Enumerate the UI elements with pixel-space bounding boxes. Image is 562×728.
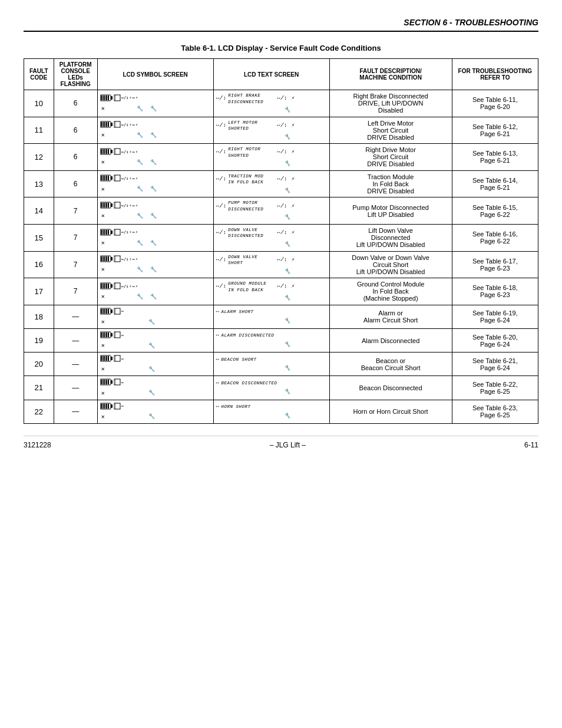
svg-rect-60	[108, 256, 109, 261]
col-header-platform: PLATFORMCONSOLELEDsFLASHING	[54, 59, 97, 90]
col-header-text: LCD TEXT SCREEN	[213, 59, 329, 90]
svg-rect-57	[103, 256, 104, 261]
svg-rect-106	[114, 379, 120, 385]
lcd-symbol: ↔/↕⚡↔⚡✕🔧🔧	[97, 144, 213, 171]
svg-rect-58	[104, 256, 105, 261]
svg-rect-78	[108, 309, 109, 314]
svg-rect-42	[108, 203, 109, 207]
table-row: 21— ↔✕🔧↔BEACON DISCONNECTED🔧Beacon Disco…	[24, 376, 538, 400]
table-row: 167 ↔/↕⚡↔⚡✕🔧🔧↔/↕DOWN VALVESHORT↔/↕ ⚡🔧Dow…	[24, 251, 538, 278]
svg-rect-43	[114, 202, 120, 208]
fault-desc: Horn or Horn Circuit Short	[329, 400, 452, 423]
svg-rect-65	[101, 284, 102, 288]
svg-rect-111	[103, 404, 104, 409]
svg-rect-70	[114, 283, 120, 289]
refer-to: See Table 6-11, Page 6-20	[452, 90, 538, 117]
svg-rect-94	[104, 356, 105, 361]
svg-rect-12	[103, 122, 104, 127]
fault-desc: Alarm Disconnected	[329, 328, 452, 352]
table-row: 18— ↔✕🔧↔ALARM SHORT🔧Alarm or Alarm Circu…	[24, 305, 538, 328]
svg-rect-49	[104, 230, 105, 235]
platform-leds: 6	[54, 170, 97, 197]
fault-code: 19	[24, 328, 54, 352]
table-row: 126 ↔/↕⚡↔⚡✕🔧🔧↔/↕RIGHT MOTORSHORTED↔/↕ ⚡🔧…	[24, 144, 538, 171]
svg-rect-93	[103, 356, 104, 361]
lcd-symbol: ↔✕🔧	[97, 305, 213, 328]
svg-rect-87	[108, 332, 109, 337]
fault-desc: Right Drive Motor Short Circuit DRIVE Di…	[329, 144, 452, 171]
svg-rect-32	[106, 176, 107, 180]
svg-rect-112	[104, 404, 105, 409]
svg-rect-14	[106, 122, 107, 127]
svg-rect-47	[101, 230, 102, 235]
table-row: 22— ↔✕🔧↔HORN SHORT🔧Horn or Horn Circuit …	[24, 400, 538, 423]
fault-code: 10	[24, 90, 54, 117]
refer-to: See Table 6-12, Page 6-21	[452, 117, 538, 144]
svg-rect-109	[111, 404, 113, 408]
fault-desc: Pump Motor Disconnected Lift UP Disabled	[329, 197, 452, 225]
svg-rect-105	[108, 380, 109, 384]
svg-rect-79	[114, 308, 120, 314]
svg-rect-74	[101, 309, 102, 314]
svg-rect-3	[103, 95, 104, 100]
svg-rect-48	[103, 230, 104, 235]
table-row: 20— ↔✕🔧↔BEACON SHORT🔧Beacon or Beacon Ci…	[24, 353, 538, 376]
footer-center: – JLG Lift –	[270, 441, 306, 449]
svg-rect-86	[106, 332, 107, 337]
refer-to: See Table 6-19, Page 6-24	[452, 305, 538, 328]
lcd-symbol: ↔✕🔧	[97, 353, 213, 376]
lcd-text: ↔/↕RIGHT BRAKEDISCONNECTED↔/↕ ⚡🔧	[213, 90, 329, 117]
fault-desc: Beacon Disconnected	[329, 376, 452, 400]
lcd-text: ↔BEACON SHORT🔧	[213, 353, 329, 376]
refer-to: See Table 6-21, Page 6-24	[452, 353, 538, 376]
platform-leds: 6	[54, 90, 97, 117]
fault-code: 17	[24, 278, 54, 305]
svg-rect-84	[103, 332, 104, 337]
svg-rect-6	[108, 95, 109, 100]
svg-rect-25	[114, 149, 120, 154]
lcd-text: ↔/↕LEFT MOTORSHORTED↔/↕ ⚡🔧	[213, 117, 329, 144]
svg-rect-103	[104, 380, 105, 384]
fault-table: FAULTCODE PLATFORMCONSOLELEDsFLASHING LC…	[24, 58, 538, 424]
fault-code: 16	[24, 251, 54, 278]
fault-desc: Alarm or Alarm Circuit Short	[329, 305, 452, 328]
svg-rect-30	[103, 176, 104, 180]
svg-rect-102	[103, 380, 104, 384]
svg-rect-67	[104, 284, 105, 288]
fault-code: 20	[24, 353, 54, 376]
refer-to: See Table 6-16, Page 6-22	[452, 224, 538, 251]
lcd-symbol: ↔✕🔧	[97, 328, 213, 352]
svg-rect-68	[106, 284, 107, 288]
svg-rect-88	[114, 332, 120, 338]
lcd-symbol: ↔/↕⚡↔⚡✕🔧🔧	[97, 278, 213, 305]
lcd-symbol: ↔/↕⚡↔⚡✕🔧🔧	[97, 224, 213, 251]
svg-rect-75	[103, 309, 104, 314]
refer-to: See Table 6-18, Page 6-23	[452, 278, 538, 305]
svg-rect-113	[106, 404, 107, 409]
refer-to: See Table 6-23, Page 6-25	[452, 400, 538, 423]
refer-to: See Table 6-17, Page 6-23	[452, 251, 538, 278]
platform-leds: —	[54, 376, 97, 400]
table-row: 116 ↔/↕⚡↔⚡✕🔧🔧↔/↕LEFT MOTORSHORTED↔/↕ ⚡🔧L…	[24, 117, 538, 144]
svg-rect-51	[108, 230, 109, 235]
lcd-symbol: ↔/↕⚡↔⚡✕🔧🔧	[97, 197, 213, 225]
svg-rect-82	[111, 333, 113, 337]
col-header-fault: FAULTCODE	[24, 59, 54, 90]
lcd-symbol: ↔✕🔧	[97, 400, 213, 423]
lcd-text: ↔ALARM SHORT🔧	[213, 305, 329, 328]
fault-code: 15	[24, 224, 54, 251]
fault-desc: Beacon or Beacon Circuit Short	[329, 353, 452, 376]
lcd-text: ↔BEACON DISCONNECTED🔧	[213, 376, 329, 400]
svg-rect-104	[106, 380, 107, 384]
refer-to: See Table 6-13, Page 6-21	[452, 144, 538, 171]
svg-rect-4	[104, 95, 105, 100]
lcd-text: ↔/↕RIGHT MOTORSHORTED↔/↕ ⚡🔧	[213, 144, 329, 171]
svg-rect-22	[104, 149, 105, 154]
lcd-text: ↔/↕DOWN VALVESHORT↔/↕ ⚡🔧	[213, 251, 329, 278]
svg-rect-29	[101, 176, 102, 180]
platform-leds: —	[54, 305, 97, 328]
fault-code: 22	[24, 400, 54, 423]
lcd-text: ↔/↕GROUND MODULEIN FOLD BACK↔/↕ ⚡🔧	[213, 278, 329, 305]
platform-leds: —	[54, 353, 97, 376]
refer-to: See Table 6-15, Page 6-22	[452, 197, 538, 225]
